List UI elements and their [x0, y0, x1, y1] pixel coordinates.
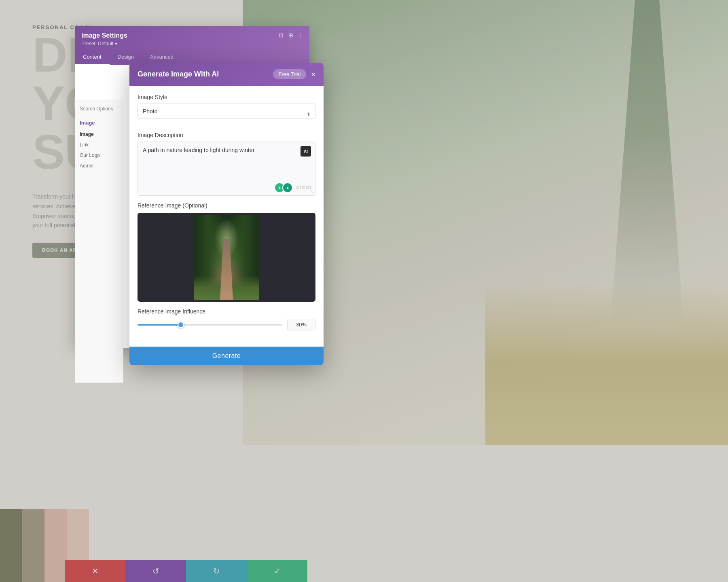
- image-style-label: Image Style: [138, 94, 315, 100]
- panel-preset[interactable]: Preset: Default ▾: [81, 41, 303, 47]
- influence-slider-track[interactable]: [138, 324, 282, 326]
- description-area-wrapper: A path in nature leading to light during…: [138, 142, 315, 196]
- description-textarea[interactable]: A path in nature leading to light during…: [138, 142, 315, 178]
- panel-title: Image Settings: [81, 32, 303, 39]
- resize-handle[interactable]: ⤡: [310, 189, 313, 194]
- columns-icon[interactable]: ⊞: [288, 32, 293, 38]
- tab-content[interactable]: Content: [75, 50, 110, 65]
- sidebar-section-image: Image: [75, 116, 123, 129]
- ref-image-label: Reference Image (Optional): [138, 202, 315, 209]
- influence-value[interactable]: 30%: [287, 319, 315, 330]
- more-icon[interactable]: ⋮: [298, 32, 304, 38]
- ai-modal-header-right: Free Trial ×: [273, 69, 315, 79]
- avatar-teal[interactable]: ●: [282, 182, 293, 193]
- slider-thumb[interactable]: [178, 322, 184, 328]
- sidebar-item-link[interactable]: Link: [75, 140, 123, 150]
- avatar-group: + ●: [274, 182, 293, 193]
- panel-header: Image Settings Preset: Default ▾ ⊡ ⊞ ⋮ C…: [75, 26, 309, 65]
- screenshot-icon[interactable]: ⊡: [279, 32, 284, 38]
- image-style-select-wrapper: Photo Illustration Painting Sketch 3D Re…: [138, 104, 315, 125]
- search-options-label: Search Options: [75, 106, 123, 116]
- image-style-select[interactable]: Photo Illustration Painting Sketch 3D Re…: [138, 104, 315, 119]
- description-footer: + ● 47/200 ⤡: [138, 180, 315, 195]
- free-trial-badge[interactable]: Free Trial: [273, 69, 307, 79]
- sidebar-item-image[interactable]: Image: [75, 129, 123, 140]
- ref-image-container[interactable]: [138, 213, 315, 302]
- generate-button[interactable]: Generate: [129, 347, 324, 365]
- influence-label: Reference Image Influence: [138, 308, 315, 315]
- influence-row: 30%: [138, 319, 315, 330]
- sidebar-item-admin[interactable]: Admin: [75, 161, 123, 171]
- panel-header-icons: ⊡ ⊞ ⋮: [279, 32, 304, 38]
- ai-enhance-button[interactable]: AI: [301, 146, 311, 157]
- sidebar-item-logo[interactable]: Our Logo: [75, 150, 123, 161]
- ai-modal-body: Image Style Photo Illustration Painting …: [129, 86, 324, 347]
- forest-reference-image: [194, 215, 259, 300]
- description-label: Image Description: [138, 132, 315, 138]
- close-button[interactable]: ×: [311, 71, 315, 78]
- char-count: 47/200: [296, 185, 311, 190]
- panel-sidebar: Search Options Image Image Link Our Logo…: [75, 99, 123, 383]
- ai-modal-header: Generate Image With AI Free Trial ×: [129, 63, 324, 86]
- ai-modal-title: Generate Image With AI: [138, 70, 219, 78]
- ai-generate-modal: Generate Image With AI Free Trial × Imag…: [129, 63, 324, 365]
- slider-fill: [138, 324, 181, 326]
